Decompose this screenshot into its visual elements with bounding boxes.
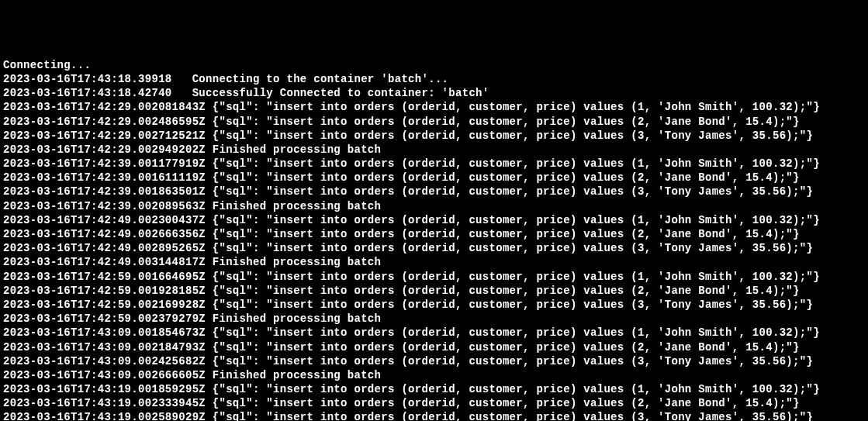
- sql-log-line: 2023-03-16T17:42:49.002666356Z {"sql": "…: [3, 227, 865, 241]
- batch-finished-line: 2023-03-16T17:42:59.002379279Z Finished …: [3, 312, 865, 326]
- batch-finished-line: 2023-03-16T17:42:39.002089563Z Finished …: [3, 199, 865, 213]
- connect-attempt-line: 2023-03-16T17:43:18.39918 Connecting to …: [3, 72, 865, 86]
- sql-log-line: 2023-03-16T17:43:19.002333945Z {"sql": "…: [3, 396, 865, 410]
- sql-log-line: 2023-03-16T17:42:39.001863501Z {"sql": "…: [3, 185, 865, 198]
- connecting-line: Connecting...: [3, 58, 865, 72]
- sql-log-line: 2023-03-16T17:42:29.002486595Z {"sql": "…: [3, 115, 865, 129]
- sql-log-line: 2023-03-16T17:42:29.002712521Z {"sql": "…: [3, 129, 865, 143]
- batch-finished-line: 2023-03-16T17:42:49.003144817Z Finished …: [3, 255, 865, 269]
- sql-log-line: 2023-03-16T17:42:39.001177919Z {"sql": "…: [3, 157, 865, 171]
- sql-log-line: 2023-03-16T17:43:09.001854673Z {"sql": "…: [3, 326, 865, 340]
- sql-log-line: 2023-03-16T17:42:59.002169928Z {"sql": "…: [3, 298, 865, 312]
- sql-log-line: 2023-03-16T17:42:59.001664695Z {"sql": "…: [3, 270, 865, 284]
- sql-log-line: 2023-03-16T17:43:19.001859295Z {"sql": "…: [3, 382, 865, 396]
- sql-log-line: 2023-03-16T17:42:49.002300437Z {"sql": "…: [3, 213, 865, 227]
- connect-success-line: 2023-03-16T17:43:18.42740 Successfully C…: [3, 86, 865, 100]
- sql-log-line: 2023-03-16T17:43:19.002589029Z {"sql": "…: [3, 410, 865, 421]
- batch-finished-line: 2023-03-16T17:43:09.002666605Z Finished …: [3, 368, 865, 382]
- sql-log-line: 2023-03-16T17:42:49.002895265Z {"sql": "…: [3, 241, 865, 255]
- batch-finished-line: 2023-03-16T17:42:29.002949202Z Finished …: [3, 143, 865, 157]
- sql-log-line: 2023-03-16T17:43:09.002425682Z {"sql": "…: [3, 354, 865, 368]
- sql-log-line: 2023-03-16T17:42:59.001928185Z {"sql": "…: [3, 284, 865, 298]
- sql-log-line: 2023-03-16T17:43:09.002184793Z {"sql": "…: [3, 340, 865, 354]
- terminal-output: Connecting...2023-03-16T17:43:18.39918 C…: [3, 58, 865, 421]
- sql-log-line: 2023-03-16T17:42:29.002081843Z {"sql": "…: [3, 100, 865, 114]
- sql-log-line: 2023-03-16T17:42:39.001611119Z {"sql": "…: [3, 171, 865, 185]
